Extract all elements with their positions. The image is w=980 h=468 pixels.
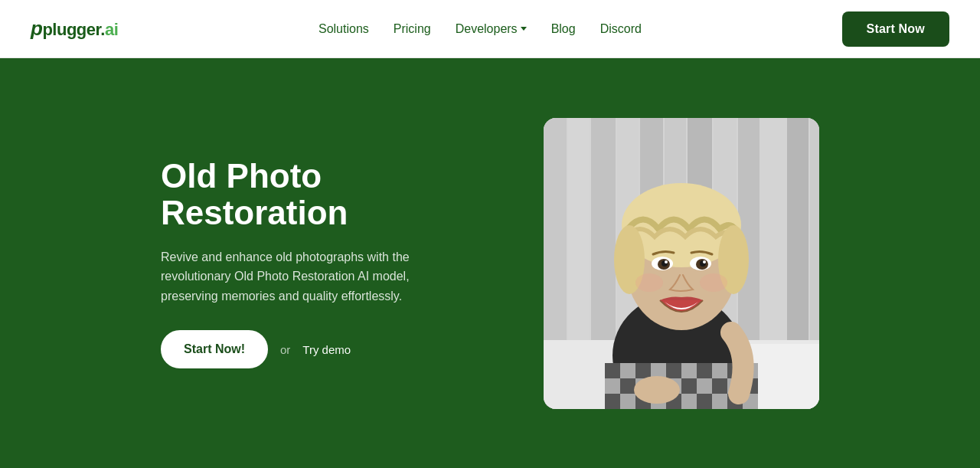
svg-rect-35 <box>712 378 727 394</box>
svg-rect-23 <box>681 363 697 378</box>
portrait-svg <box>544 118 819 409</box>
svg-rect-28 <box>605 378 620 394</box>
hero-or-text: or <box>280 343 290 356</box>
start-now-hero-button[interactable]: Start Now! <box>161 330 268 368</box>
svg-rect-44 <box>697 394 712 409</box>
main-nav: Solutions Pricing Developers Blog Discor… <box>318 22 642 36</box>
logo-text: pplugger.ai <box>31 17 118 41</box>
try-demo-link[interactable]: Try demo <box>302 343 351 356</box>
svg-rect-22 <box>666 363 681 378</box>
hero-content: Old Photo Restoration Revive and enhance… <box>161 158 482 369</box>
svg-point-63 <box>700 273 727 292</box>
svg-rect-20 <box>635 363 651 378</box>
chevron-down-icon <box>521 27 527 31</box>
svg-point-60 <box>703 260 706 263</box>
svg-rect-43 <box>681 394 697 409</box>
hero-image <box>544 118 819 409</box>
logo[interactable]: pplugger.ai <box>31 17 118 41</box>
svg-rect-21 <box>651 363 666 378</box>
svg-rect-45 <box>712 394 727 409</box>
start-now-header-button[interactable]: Start Now <box>842 11 949 47</box>
svg-rect-39 <box>620 394 635 409</box>
svg-rect-29 <box>620 378 635 394</box>
svg-point-62 <box>635 273 663 292</box>
hero-actions: Start Now! or Try demo <box>161 330 482 368</box>
svg-rect-33 <box>681 378 697 394</box>
nav-item-discord[interactable]: Discord <box>600 22 642 36</box>
nav-item-solutions[interactable]: Solutions <box>318 22 369 36</box>
hero-title: Old Photo Restoration <box>161 158 482 232</box>
header: pplugger.ai Solutions Pricing Developers… <box>0 0 980 58</box>
hero-section: Old Photo Restoration Revive and enhance… <box>0 58 980 468</box>
svg-point-59 <box>665 260 668 263</box>
svg-rect-38 <box>605 394 620 409</box>
svg-rect-18 <box>605 363 620 378</box>
nav-item-blog[interactable]: Blog <box>551 22 576 36</box>
nav-item-pricing[interactable]: Pricing <box>394 22 431 36</box>
svg-point-61 <box>634 376 680 404</box>
nav-item-developers[interactable]: Developers <box>456 22 527 36</box>
svg-rect-25 <box>712 363 727 378</box>
svg-rect-19 <box>620 363 635 378</box>
svg-rect-24 <box>697 363 712 378</box>
svg-rect-34 <box>697 378 712 394</box>
hero-description: Revive and enhance old photographs with … <box>161 247 436 306</box>
